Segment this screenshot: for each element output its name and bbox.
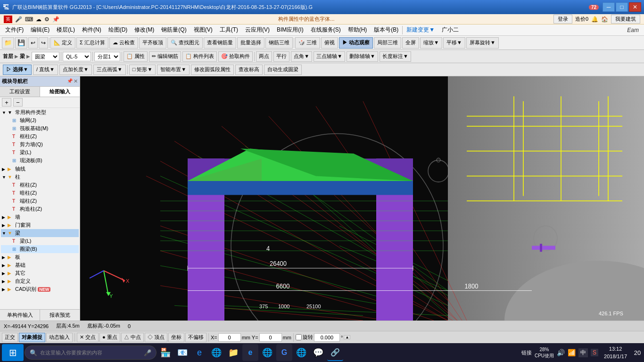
ime-brand-label[interactable]: S xyxy=(591,349,598,356)
menu-bim[interactable]: BIM应用(I) xyxy=(273,25,307,35)
tree-item-gjz[interactable]: T 构造柱(Z) xyxy=(1,205,79,213)
notification-area-btn[interactable]: 20 xyxy=(633,344,642,361)
x-input[interactable] xyxy=(218,333,241,342)
redo-btn[interactable]: ↪ xyxy=(39,37,48,49)
tree-item-liang-L[interactable]: T 梁(L) xyxy=(1,237,79,245)
fullscreen-btn[interactable]: 全屏 xyxy=(402,37,419,49)
local-3d-btn[interactable]: 局部三维 xyxy=(374,37,401,49)
arc-3pt-btn[interactable]: 三点画弧▼ xyxy=(93,65,126,75)
coordinate-btn[interactable]: 坐标 xyxy=(168,333,184,342)
menu-file[interactable]: 文件(F) xyxy=(2,25,27,35)
midpoint-btn[interactable]: △ 中点 xyxy=(121,333,144,342)
dynamic-input-btn[interactable]: 动态输入 xyxy=(46,333,73,342)
taskbar-app-globe2[interactable]: 🌐 xyxy=(293,344,309,361)
rebar-3d-btn[interactable]: 钢筋三维 xyxy=(265,37,293,49)
select-btn[interactable]: ▷ 选择▼ xyxy=(3,65,32,75)
snap-object-btn[interactable]: 对象捕捉 xyxy=(19,333,45,342)
rect-btn[interactable]: □ 矩形▼ xyxy=(129,65,156,75)
zoom-btn[interactable]: 缩放▼ xyxy=(420,37,442,49)
menu-newchange[interactable]: 新建变更▼ xyxy=(403,25,438,35)
tree-item-cast-slab[interactable]: ⊞ 现浇板(B) xyxy=(1,156,79,165)
intersection-btn[interactable]: ✕ 交点 xyxy=(77,333,99,342)
viewport[interactable]: 4 26400 6600 1800 375 1000 xyxy=(80,76,644,321)
panel-pin-icon[interactable]: 📌 xyxy=(67,78,73,84)
tree-item-az[interactable]: T 暗柱(Z) xyxy=(1,189,79,197)
3d-btn[interactable]: 🎲 三维 xyxy=(295,37,320,49)
menu-online[interactable]: 在线服务(S) xyxy=(307,25,344,35)
tab-drawing-input[interactable]: 绘图输入 xyxy=(40,87,80,97)
tree-item-custom-group[interactable]: ▶ ▶ 自定义 xyxy=(1,277,79,285)
cloud-check-btn[interactable]: ☁ 云检查 xyxy=(109,37,138,49)
single-component-btn[interactable]: 单构件输入 xyxy=(0,310,40,321)
menu-view[interactable]: 视图(V) xyxy=(190,25,216,35)
menu-eam[interactable]: Eam xyxy=(624,26,642,34)
tree-item-wall-group[interactable]: ▶ ▶ 墙 xyxy=(1,213,79,221)
pan-btn[interactable]: 平移▼ xyxy=(443,37,465,49)
screen-rotate-btn[interactable]: 屏幕旋转▼ xyxy=(466,37,499,49)
tree-item-col-group[interactable]: ▼ ▼ 柱 xyxy=(1,173,79,181)
angle-btn[interactable]: 点角▼ xyxy=(291,51,312,62)
dynamic-view-btn[interactable]: ▶ 动态观察 xyxy=(339,37,373,49)
tree-item-common[interactable]: ▼ ▼ 常用构件类型 xyxy=(1,108,79,116)
aux-3pt-btn[interactable]: 三点辅轴▼ xyxy=(314,51,345,62)
vertex-btn[interactable]: ◇ 顶点 xyxy=(145,333,167,342)
pick-component-btn[interactable]: 🎯 拾取构件 xyxy=(218,51,253,62)
check-elevation-btn[interactable]: 查改标高 xyxy=(235,65,263,75)
taskbar-app-ie[interactable]: e xyxy=(242,344,258,361)
modify-arc-btn[interactable]: 修改圆弧段属性 xyxy=(191,65,234,75)
menu-modify[interactable]: 修改(M) xyxy=(131,25,157,35)
two-point-btn[interactable]: 两点 xyxy=(256,51,272,62)
taskbar-app-edge[interactable]: e xyxy=(191,344,207,361)
tree-item-axis-group[interactable]: ▶ ▶ 轴线 xyxy=(1,165,79,173)
rotate-checkbox[interactable] xyxy=(296,334,302,340)
tree-item-shear-wall[interactable]: T 剪力墙(Q) xyxy=(1,140,79,148)
parallel-btn[interactable]: 平行 xyxy=(273,51,289,62)
tree-item-beam-group[interactable]: ▼ ▼ 梁 xyxy=(1,229,79,237)
taskbar-app-mail[interactable]: 📧 xyxy=(174,344,190,361)
start-button[interactable]: ⊞ xyxy=(2,344,24,361)
tree-item-foundation-group[interactable]: ▶ ▶ 基础 xyxy=(1,261,79,269)
close-button[interactable]: ✕ xyxy=(629,2,641,12)
batch-select-btn[interactable]: 批量选择 xyxy=(237,37,264,49)
new-btn[interactable]: 📁 xyxy=(2,37,14,49)
login-button[interactable]: 登录 xyxy=(553,15,572,24)
tree-item-other-group[interactable]: ▶ ▶ 其它 xyxy=(1,269,79,277)
save-btn[interactable]: 💾 xyxy=(15,37,27,49)
menu-edit[interactable]: 编辑(E) xyxy=(27,25,53,35)
menu-help[interactable]: 帮助(H) xyxy=(345,25,371,35)
taskbar-app-google-chrome[interactable]: G xyxy=(276,344,292,361)
taskbar-search[interactable]: 🔍 在这里输入你要搜索的内容 🎤 xyxy=(25,346,157,360)
tree-item-framing-col[interactable]: T 框柱(Z) xyxy=(1,132,79,140)
taskbar-app-store[interactable]: 🏪 xyxy=(157,344,173,361)
type-select[interactable]: 圆梁 矩形梁 xyxy=(32,52,59,61)
auto-gen-btn[interactable]: 自动生成圆梁 xyxy=(264,65,302,75)
find-element-btn[interactable]: 🔍 查找图元 xyxy=(167,37,203,49)
tree-item-axisnet[interactable]: ⊞ 轴网(J) xyxy=(1,116,79,124)
minimize-button[interactable]: ─ xyxy=(603,2,615,12)
view-rebar-btn[interactable]: 查看钢筋量 xyxy=(204,37,236,49)
length-mark-btn[interactable]: 长度标注▼ xyxy=(380,51,411,62)
menu-component[interactable]: 构件(N) xyxy=(79,25,105,35)
taskbar-app-green[interactable]: 🌐 xyxy=(259,344,275,361)
property-btn[interactable]: 📋 属性 xyxy=(124,51,148,62)
menu-version[interactable]: 版本号(B) xyxy=(371,25,402,35)
tree-item-opening-group[interactable]: ▶ ▶ 门窗洞 xyxy=(1,221,79,229)
layer-select[interactable]: 分层1 分层2 xyxy=(94,52,120,61)
edit-rebar-btn[interactable]: ✏ 编辑钢筋 xyxy=(149,51,181,62)
menu-cloud[interactable]: 云应用(V) xyxy=(242,25,273,35)
tree-item-cad-group[interactable]: ▶ ▶ CAD识别 NEW xyxy=(1,285,79,293)
y-input[interactable] xyxy=(259,333,282,342)
del-aux-btn[interactable]: 删除辅轴▼ xyxy=(347,51,378,62)
menu-floor[interactable]: 楼层(L) xyxy=(53,25,78,35)
tree-item-raft[interactable]: ⊞ 筏板基础(M) xyxy=(1,124,79,132)
menu-rebar[interactable]: 钢筋量(Q) xyxy=(158,25,190,35)
summary-btn[interactable]: Σ 汇总计算 xyxy=(76,37,108,49)
taskbar-app-link[interactable]: 🔗 xyxy=(327,344,343,361)
top-view-btn[interactable]: 俯视 xyxy=(321,37,338,49)
orthogonal-btn[interactable]: 正交 xyxy=(2,333,18,342)
rotate-input[interactable] xyxy=(314,333,340,342)
tree-item-dz[interactable]: T 端柱(Z) xyxy=(1,197,79,205)
taskbar-app-explorer[interactable]: 📁 xyxy=(225,344,241,361)
undo-btn[interactable]: ↩ xyxy=(28,37,38,49)
level-top-btn[interactable]: 平齐板顶 xyxy=(139,37,166,49)
